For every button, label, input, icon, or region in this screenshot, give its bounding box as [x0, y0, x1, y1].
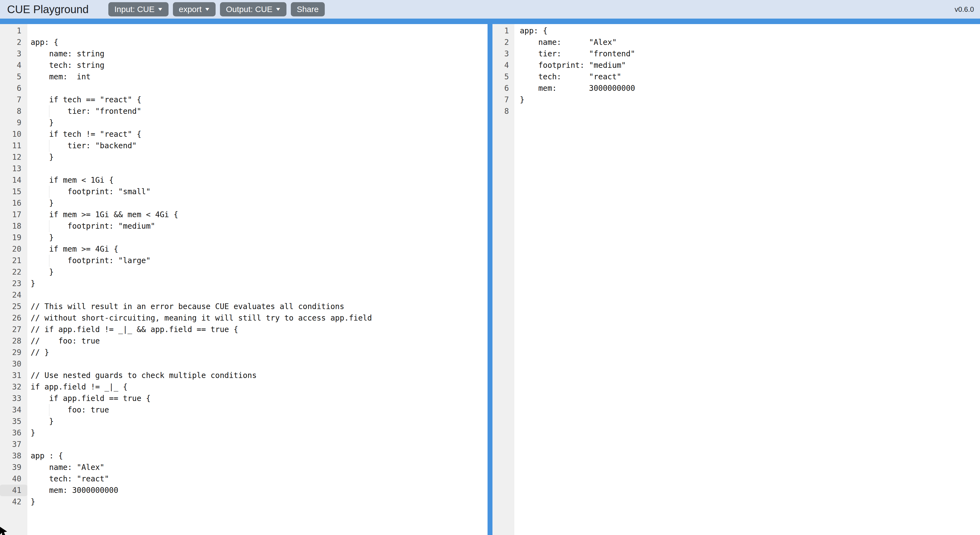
line-number: 7 [492, 94, 514, 106]
indent-guide-line [49, 255, 49, 267]
code-text: app: { [27, 37, 58, 48]
editor-code-line[interactable]: 29// } [0, 347, 488, 358]
line-number: 1 [0, 25, 27, 37]
line-number: 31 [0, 370, 27, 381]
line-number: 24 [0, 289, 27, 301]
share-button[interactable]: Share [291, 2, 325, 16]
editor-code-line[interactable]: 35 } [0, 416, 488, 427]
line-number: 6 [492, 83, 514, 94]
editor-code-line[interactable]: 6 [0, 83, 488, 94]
editor-code-line[interactable]: 30 [0, 358, 488, 370]
editor-code-line[interactable]: 22 } [0, 267, 488, 278]
output-code-line[interactable]: 1app: { [492, 25, 980, 37]
output-code-line[interactable]: 7} [492, 94, 980, 106]
line-number: 11 [0, 140, 27, 152]
input-format-dropdown[interactable]: Input: CUE ▼ [108, 2, 169, 16]
editor-code-line[interactable]: 38app : { [0, 450, 488, 462]
editor-code-line[interactable]: 12 } [0, 152, 488, 163]
line-number: 9 [0, 117, 27, 129]
editor-code-line[interactable]: 34 foo: true [0, 404, 488, 416]
editor-code-line[interactable]: 26// without short-circuiting, meaning i… [0, 312, 488, 324]
output-code-line[interactable]: 6 mem: 3000000000 [492, 83, 980, 94]
editor-code-line[interactable]: 4 tech: string [0, 60, 488, 71]
code-text: footprint: "medium" [27, 221, 155, 232]
code-text [27, 163, 31, 175]
output-code-line[interactable]: 2 name: "Alex" [492, 37, 980, 48]
header-accent-bar [0, 19, 980, 24]
input-editor[interactable]: 12app: {3 name: string4 tech: string5 me… [0, 24, 488, 535]
editor-code-line[interactable]: 14 if mem < 1Gi { [0, 175, 488, 186]
editor-code-line[interactable]: 24 [0, 289, 488, 301]
indent-guide-line [49, 404, 49, 416]
output-code-line[interactable]: 5 tech: "react" [492, 71, 980, 83]
line-number: 19 [0, 232, 27, 243]
chevron-down-icon: ▼ [204, 5, 211, 14]
editor-code-line[interactable]: 41 mem: 3000000000 [0, 485, 488, 496]
code-text: // This will result in an error because … [27, 301, 344, 312]
editor-code-line[interactable]: 23} [0, 278, 488, 289]
editor-code-line[interactable]: 16 } [0, 197, 488, 209]
editor-code-line[interactable]: 9 } [0, 117, 488, 129]
code-text: tier: "frontend" [514, 48, 635, 60]
editor-code-line[interactable]: 20 if mem >= 4Gi { [0, 243, 488, 255]
editor-code-line[interactable]: 5 mem: int [0, 71, 488, 83]
editor-code-line[interactable]: 10 if tech != "react" { [0, 129, 488, 140]
line-number: 14 [0, 175, 27, 186]
editor-code-line[interactable]: 18 footprint: "medium" [0, 221, 488, 232]
editor-code-line[interactable]: 2app: { [0, 37, 488, 48]
editor-code-line[interactable]: 11 tier: "backend" [0, 140, 488, 152]
line-number: 33 [0, 393, 27, 404]
editor-code-line[interactable]: 21 footprint: "large" [0, 255, 488, 267]
line-number: 36 [0, 427, 27, 439]
editor-code-line[interactable]: 33 if app.field == true { [0, 393, 488, 404]
line-number: 16 [0, 197, 27, 209]
line-number: 8 [0, 106, 27, 117]
editor-code-line[interactable]: 19 } [0, 232, 488, 243]
output-code-line[interactable]: 8 [492, 106, 980, 117]
editor-code-line[interactable]: 31// Use nested guards to check multiple… [0, 370, 488, 381]
line-number: 21 [0, 255, 27, 267]
output-panel[interactable]: 1app: {2 name: "Alex"3 tier: "frontend"4… [492, 24, 980, 535]
line-number: 20 [0, 243, 27, 255]
code-text: name: "Alex" [27, 462, 105, 473]
code-text [27, 439, 31, 450]
editor-code-line[interactable]: 8 tier: "frontend" [0, 106, 488, 117]
output-format-dropdown[interactable]: Output: CUE ▼ [220, 2, 286, 16]
editor-code-line[interactable]: 36} [0, 427, 488, 439]
editor-code-line[interactable]: 7 if tech == "react" { [0, 94, 488, 106]
code-text [27, 83, 31, 94]
code-text: } [27, 416, 54, 427]
code-text: mem: 3000000000 [27, 485, 118, 496]
pane-divider [488, 24, 492, 535]
editor-code-line[interactable]: 27// if app.field != _|_ && app.field ==… [0, 324, 488, 335]
line-number: 4 [0, 60, 27, 71]
code-text: if mem < 1Gi { [27, 175, 113, 186]
editor-code-line[interactable]: 13 [0, 163, 488, 175]
editor-code-line[interactable]: 3 name: string [0, 48, 488, 60]
page-title: CUE Playground [7, 3, 89, 16]
editor-code-line[interactable]: 25// This will result in an error becaus… [0, 301, 488, 312]
editor-code-line[interactable]: 40 tech: "react" [0, 473, 488, 485]
editor-code-line[interactable]: 42} [0, 496, 488, 508]
indent-guide-line [49, 106, 49, 117]
code-text: footprint: "large" [27, 255, 151, 267]
code-text: // if app.field != _|_ && app.field == t… [27, 324, 238, 335]
line-number: 23 [0, 278, 27, 289]
editor-code-line[interactable]: 1 [0, 25, 488, 37]
editor-code-line[interactable]: 28// foo: true [0, 335, 488, 347]
line-number: 12 [0, 152, 27, 163]
line-number: 27 [0, 324, 27, 335]
output-code-line[interactable]: 4 footprint: "medium" [492, 60, 980, 71]
code-text: tech: string [27, 60, 105, 71]
export-dropdown[interactable]: export ▼ [173, 2, 216, 16]
editor-code-line[interactable]: 32if app.field != _|_ { [0, 381, 488, 393]
editor-code-line[interactable]: 37 [0, 439, 488, 450]
editor-code-line[interactable]: 17 if mem >= 1Gi && mem < 4Gi { [0, 209, 488, 221]
line-number: 26 [0, 312, 27, 324]
code-text: footprint: "medium" [514, 60, 626, 71]
editor-code-line[interactable]: 39 name: "Alex" [0, 462, 488, 473]
output-code-line[interactable]: 3 tier: "frontend" [492, 48, 980, 60]
editor-code-line[interactable]: 15 footprint: "small" [0, 186, 488, 197]
line-number: 32 [0, 381, 27, 393]
line-number: 7 [0, 94, 27, 106]
